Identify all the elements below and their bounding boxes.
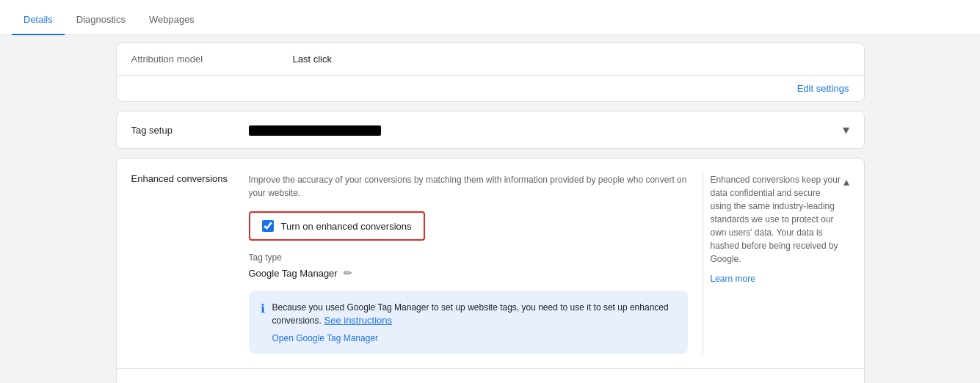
- tag-setup-chevron-icon[interactable]: ▾: [843, 122, 849, 138]
- tag-type-edit-icon[interactable]: ✏: [344, 267, 352, 279]
- enhanced-conversions-label: Enhanced conversions: [131, 173, 249, 184]
- edit-settings-row: Edit settings: [117, 76, 864, 101]
- enhanced-checkbox-box: Turn on enhanced conversions: [249, 211, 425, 241]
- info-box: ℹ Because you used Google Tag Manager to…: [249, 291, 688, 354]
- open-gtm-link[interactable]: Open Google Tag Manager: [272, 333, 676, 343]
- sidebar-text: Enhanced conversions keep your data conf…: [711, 173, 843, 266]
- tab-diagnostics[interactable]: Diagnostics: [65, 5, 137, 35]
- main-content: Attribution model Last click Edit settin…: [87, 43, 894, 383]
- sidebar-top: Enhanced conversions keep your data conf…: [711, 173, 849, 273]
- tag-setup-row: Tag setup ▾: [117, 112, 864, 148]
- info-box-content: Because you used Google Tag Manager to s…: [272, 301, 676, 343]
- tag-type-label: Tag type: [249, 252, 688, 263]
- tag-type-value-text: Google Tag Manager: [249, 268, 338, 279]
- see-instructions-link[interactable]: See instructions: [324, 315, 393, 326]
- enhanced-description: Improve the accuracy of your conversions…: [249, 173, 688, 200]
- attribution-card: Attribution model Last click Edit settin…: [116, 43, 865, 102]
- tag-setup-label: Tag setup: [131, 125, 249, 136]
- learn-more-link[interactable]: Learn more: [711, 274, 755, 284]
- enhanced-conversions-card: Enhanced conversions Improve the accurac…: [116, 158, 865, 383]
- attribution-label: Attribution model: [131, 54, 293, 65]
- attribution-row: Attribution model Last click: [117, 43, 864, 76]
- collapse-icon[interactable]: ▴: [843, 175, 849, 189]
- tag-setup-card: Tag setup ▾: [116, 111, 865, 149]
- save-button[interactable]: Save: [810, 378, 849, 383]
- tag-setup-redacted-bar: [249, 125, 381, 136]
- info-icon: ℹ: [261, 302, 265, 315]
- enhanced-section: Enhanced conversions Improve the accurac…: [117, 158, 864, 368]
- tab-details[interactable]: Details: [12, 5, 65, 35]
- top-nav: Details Diagnostics Webpages: [0, 0, 980, 35]
- tab-webpages[interactable]: Webpages: [137, 5, 206, 35]
- enhanced-right: Enhanced conversions keep your data conf…: [703, 173, 849, 354]
- enhanced-conversions-checkbox[interactable]: [262, 220, 274, 232]
- enhanced-middle: Improve the accuracy of your conversions…: [249, 173, 703, 354]
- bottom-bar: Cancel Save: [117, 368, 864, 383]
- edit-settings-link[interactable]: Edit settings: [797, 83, 849, 94]
- tag-type-value-row: Google Tag Manager ✏: [249, 267, 688, 279]
- enhanced-left: Enhanced conversions: [131, 173, 249, 354]
- attribution-value: Last click: [293, 54, 332, 65]
- enhanced-checkbox-label: Turn on enhanced conversions: [281, 221, 412, 232]
- cancel-button[interactable]: Cancel: [750, 378, 797, 383]
- tag-setup-value: [249, 124, 843, 136]
